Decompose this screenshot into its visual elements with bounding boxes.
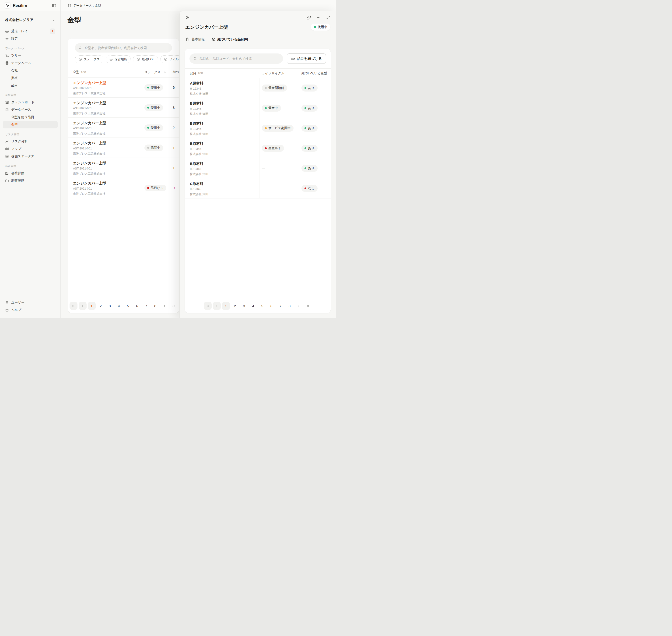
prev-page-button[interactable] <box>79 302 86 310</box>
page-button-7[interactable]: 7 <box>142 302 150 310</box>
clipboard-icon <box>186 37 190 41</box>
resilire-logo-icon <box>4 2 11 8</box>
table-row[interactable]: エンジンカバー上型 AST-2021-001 東洋プレス工業株式会社 保管中 1 <box>68 138 179 158</box>
filter-storage-chip[interactable]: 保管場所 <box>106 55 131 63</box>
table-row[interactable]: エンジンカバー上型 AST-2021-001 東洋プレス工業株式会社 — 1 <box>68 158 179 178</box>
filter-eol-chip[interactable]: 最遅EOL <box>133 55 158 63</box>
expand-panel-button[interactable] <box>325 15 331 21</box>
page-button-5[interactable]: 5 <box>124 302 132 310</box>
last-page-button[interactable] <box>170 302 178 310</box>
collapse-panel-button[interactable] <box>184 15 190 21</box>
next-page-button[interactable] <box>161 302 168 310</box>
sidebar-item-survey-history[interactable]: 調査履歴 <box>3 177 58 184</box>
linked-mold-badge: なし <box>302 185 318 192</box>
sidebar-item-mold-database[interactable]: データベース <box>3 106 58 114</box>
prev-page-button[interactable] <box>213 302 221 310</box>
linked-item-row[interactable]: B原材料 H-12345 株式会社 津田 サービス期間中 あり <box>185 118 331 138</box>
page-button-4[interactable]: 4 <box>115 302 123 310</box>
item-search-input[interactable] <box>199 57 279 61</box>
linked-count: 1 <box>173 146 175 150</box>
table-row[interactable]: エンジンカバー上型 AST-2021-001 東洋プレス工業株式会社 品目なし … <box>68 178 179 198</box>
asset-id: AST-2021-001 <box>73 166 142 171</box>
mold-name[interactable]: エンジンカバー上型 <box>73 141 142 146</box>
link-item-button[interactable]: 品目を紐づける <box>287 54 326 64</box>
sidebar-item-label: リスク分析 <box>11 139 28 144</box>
sidebar-item-operation-status[interactable]: 稼働ステータス <box>3 153 58 160</box>
linked-item-row[interactable]: B原材料 H-12345 株式会社 津田 生産終了 あり <box>185 138 331 158</box>
lifecycle-dot-icon <box>265 127 267 129</box>
tab-basic-info[interactable]: 基本情報 <box>185 35 205 44</box>
sidebar-item-database[interactable]: データベース <box>3 59 58 67</box>
last-page-button[interactable] <box>304 302 312 310</box>
next-page-button[interactable] <box>295 302 303 310</box>
mold-list-card: ステータス 保管場所 最遅EOL フィルターを追加 金 <box>68 39 179 313</box>
linked-item-row[interactable]: B原材料 H-12345 株式会社 津田 量産中 あり <box>185 98 331 118</box>
sidebar-item-mold[interactable]: 金型 <box>3 121 58 128</box>
sidebar-item-item[interactable]: 品目 <box>3 82 58 89</box>
linked-item-row[interactable]: A原材料 H-12345 株式会社 津田 量産開始前 あり <box>185 78 331 98</box>
sidebar-item-company-evaluation[interactable]: 会社評価 <box>3 170 58 177</box>
page-button-2[interactable]: 2 <box>231 302 239 310</box>
item-name[interactable]: B原材料 <box>190 101 259 106</box>
item-name[interactable]: B原材料 <box>190 161 259 166</box>
item-name[interactable]: B原材料 <box>190 121 259 126</box>
page-button-5[interactable]: 5 <box>258 302 266 310</box>
sidebar-item-map[interactable]: マップ <box>3 145 58 153</box>
plus-circle-icon <box>78 57 82 61</box>
sidebar-item-company[interactable]: 会社 <box>3 67 58 74</box>
mold-search <box>75 43 172 53</box>
linked-dot-icon <box>305 107 306 109</box>
copy-link-button[interactable] <box>306 15 312 21</box>
page-button-6[interactable]: 6 <box>267 302 275 310</box>
sidebar-item-users[interactable]: ユーザー <box>3 299 58 306</box>
linked-item-row[interactable]: C原材料 H-12345 株式会社 津田 — なし <box>185 178 331 198</box>
sidebar-toggle-button[interactable] <box>51 3 57 8</box>
page-button-6[interactable]: 6 <box>133 302 141 310</box>
item-name[interactable]: B原材料 <box>190 141 259 146</box>
sidebar-item-dashboard[interactable]: ダッシュボード <box>3 99 58 106</box>
org-switcher[interactable]: 株式会社レジリア <box>3 16 58 24</box>
table-row[interactable]: エンジンカバー上型 AST-2021-001 東洋プレス工業株式会社 使用中 6 <box>68 78 179 98</box>
tab-linked-items[interactable]: 紐づいている品目(6) <box>211 35 248 44</box>
more-options-button[interactable] <box>315 15 322 21</box>
page-button-1[interactable]: 1 <box>222 302 230 310</box>
item-name[interactable]: C原材料 <box>190 181 259 186</box>
first-page-button[interactable] <box>69 302 78 310</box>
mold-name[interactable]: エンジンカバー上型 <box>73 101 142 105</box>
mold-name[interactable]: エンジンカバー上型 <box>73 181 142 186</box>
sidebar-section-risk-mgmt: リスク管理 <box>5 133 55 136</box>
add-filter-chip[interactable]: フィルターを追加 <box>160 55 179 63</box>
page-button-2[interactable]: 2 <box>97 302 105 310</box>
page-button-3[interactable]: 3 <box>106 302 114 310</box>
page-button-3[interactable]: 3 <box>240 302 248 310</box>
first-page-button[interactable] <box>204 302 212 310</box>
table-row[interactable]: エンジンカバー上型 AST-2021-001 東洋プレス工業株式会社 使用中 3 <box>68 98 179 118</box>
page-button-8[interactable]: 8 <box>286 302 293 310</box>
tree-icon <box>5 54 9 57</box>
sidebar-item-inbox[interactable]: 受信トレイ 1 <box>3 27 58 35</box>
empty-lifecycle: — <box>262 166 265 170</box>
sidebar-item-settings[interactable]: 設定 <box>3 35 58 42</box>
page-button-4[interactable]: 4 <box>249 302 257 310</box>
sidebar-item-mold-items[interactable]: 金型を使う品目 <box>3 114 58 121</box>
mold-search-input[interactable] <box>84 46 168 50</box>
sort-icon[interactable] <box>163 71 166 74</box>
table-row[interactable]: エンジンカバー上型 AST-2021-001 東洋プレス工業株式会社 使用中 2 <box>68 118 179 138</box>
gear-icon <box>5 37 9 41</box>
lifecycle-dot-icon <box>265 147 267 149</box>
page-button-7[interactable]: 7 <box>277 302 284 310</box>
filter-status-chip[interactable]: ステータス <box>75 55 103 63</box>
mold-name[interactable]: エンジンカバー上型 <box>73 161 142 166</box>
page-button-8[interactable]: 8 <box>151 302 159 310</box>
page-title: 金型 <box>67 15 81 25</box>
sidebar-item-help[interactable]: ヘルプ <box>3 306 58 314</box>
sidebar-item-tree[interactable]: ツリー <box>3 52 58 59</box>
item-name[interactable]: A原材料 <box>190 81 259 86</box>
sidebar-item-risk-analysis[interactable]: リスク分析 <box>3 138 58 145</box>
mold-name[interactable]: エンジンカバー上型 <box>73 121 142 126</box>
panel-toolbar <box>184 15 331 21</box>
linked-item-row[interactable]: B原材料 H-12345 株式会社 津田 — あり <box>185 158 331 178</box>
sidebar-item-site[interactable]: 拠点 <box>3 74 58 82</box>
mold-name[interactable]: エンジンカバー上型 <box>73 81 142 85</box>
page-button-1[interactable]: 1 <box>88 302 96 310</box>
